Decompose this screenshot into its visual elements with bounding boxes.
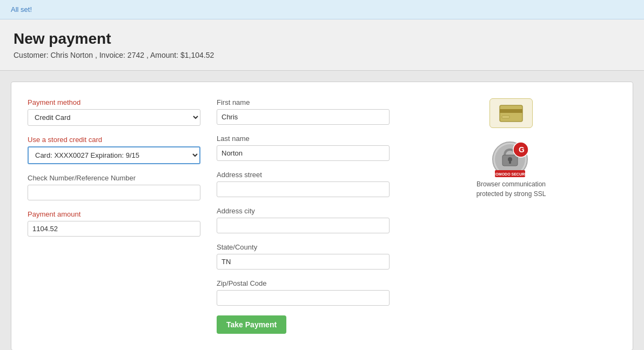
payment-amount-input[interactable]: [28, 221, 200, 237]
ssl-text-line1: Browser communication: [477, 180, 546, 188]
check-number-input[interactable]: [28, 185, 200, 200]
address-street-label: Address street: [217, 171, 390, 179]
zip-postal-label: Zip/Postal Code: [217, 279, 390, 287]
first-name-label: First name: [217, 98, 390, 106]
top-bar: All set!: [0, 0, 644, 19]
credit-card-svg: [499, 105, 523, 122]
address-street-input[interactable]: [217, 181, 390, 197]
left-column: Payment method Credit Card Check Cash Us…: [28, 98, 200, 334]
main-content: Payment method Credit Card Check Cash Us…: [0, 71, 644, 350]
stored-card-label: Use a stored credit card: [28, 136, 200, 144]
top-bar-message: All set!: [11, 5, 32, 14]
check-number-group: Check Number/Reference Number: [28, 174, 200, 200]
ssl-badge-text: Browser communication protected by stron…: [477, 179, 546, 199]
take-payment-button[interactable]: Take Payment: [217, 315, 286, 334]
zip-postal-group: Zip/Postal Code: [217, 279, 390, 306]
svg-rect-2: [502, 116, 509, 118]
payment-method-group: Payment method Credit Card Check Cash: [28, 98, 200, 126]
last-name-group: Last name: [217, 134, 390, 161]
stored-card-group: Use a stored credit card Card: XXXX0027 …: [28, 136, 200, 164]
address-city-input[interactable]: [217, 218, 390, 233]
ssl-badge-container: G COMODO SECURE Browser communication pr…: [477, 139, 546, 199]
first-name-group: First name: [217, 98, 390, 125]
credit-card-icon: [489, 98, 533, 128]
last-name-input[interactable]: [217, 145, 390, 161]
first-name-input[interactable]: [217, 109, 390, 125]
payment-method-select[interactable]: Credit Card Check Cash: [28, 109, 200, 126]
state-county-group: State/County: [217, 243, 390, 270]
last-name-label: Last name: [217, 134, 390, 143]
stored-card-select[interactable]: Card: XXXX0027 Expiration: 9/15: [28, 146, 200, 164]
svg-rect-0: [500, 105, 522, 122]
ssl-text-line2: protected by strong SSL: [477, 190, 546, 198]
right-column: G COMODO SECURE Browser communication pr…: [406, 98, 616, 334]
svg-text:G: G: [519, 145, 525, 154]
svg-text:COMODO SECURE: COMODO SECURE: [493, 172, 527, 176]
form-card: Payment method Credit Card Check Cash Us…: [11, 82, 633, 350]
address-city-group: Address city: [217, 207, 390, 233]
middle-column: First name Last name Address street Addr…: [217, 98, 390, 334]
check-number-label: Check Number/Reference Number: [28, 174, 200, 182]
svg-rect-1: [500, 109, 522, 113]
page-title: New payment: [14, 30, 630, 48]
page-header: New payment Customer: Chris Norton , Inv…: [0, 19, 644, 71]
payment-method-label: Payment method: [28, 98, 200, 106]
address-city-label: Address city: [217, 207, 390, 215]
comodo-badge-svg: G COMODO SECURE: [489, 139, 533, 179]
state-county-input[interactable]: [217, 254, 390, 270]
zip-postal-input[interactable]: [217, 290, 390, 306]
payment-amount-label: Payment amount: [28, 210, 200, 218]
payment-amount-group: Payment amount: [28, 210, 200, 237]
page-subtitle: Customer: Chris Norton , Invoice: 2742 ,…: [14, 51, 630, 59]
address-street-group: Address street: [217, 171, 390, 197]
svg-rect-7: [509, 160, 511, 164]
state-county-label: State/County: [217, 243, 390, 251]
